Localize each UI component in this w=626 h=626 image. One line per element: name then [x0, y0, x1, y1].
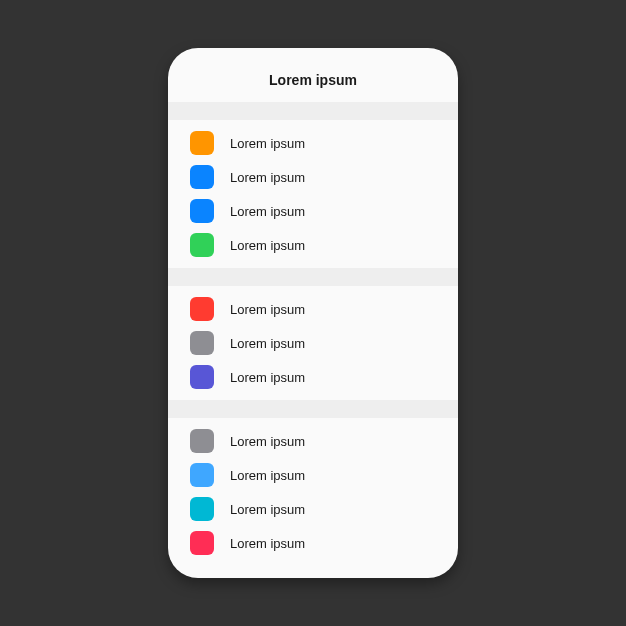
- header: Lorem ipsum: [168, 48, 458, 102]
- list-item-label: Lorem ipsum: [230, 336, 305, 351]
- color-swatch-icon: [190, 463, 214, 487]
- color-swatch-icon: [190, 531, 214, 555]
- list-item[interactable]: Lorem ipsum: [168, 458, 458, 492]
- color-swatch-icon: [190, 297, 214, 321]
- list-item-label: Lorem ipsum: [230, 468, 305, 483]
- device-screen: Lorem ipsum Lorem ipsum Lorem ipsum Lore…: [168, 48, 458, 578]
- color-swatch-icon: [190, 165, 214, 189]
- list-item[interactable]: Lorem ipsum: [168, 228, 458, 262]
- list-item[interactable]: Lorem ipsum: [168, 326, 458, 360]
- list-item[interactable]: Lorem ipsum: [168, 360, 458, 394]
- page-title: Lorem ipsum: [168, 72, 458, 88]
- list-item-label: Lorem ipsum: [230, 170, 305, 185]
- section-divider: [168, 268, 458, 286]
- section-divider: [168, 400, 458, 418]
- list-item[interactable]: Lorem ipsum: [168, 492, 458, 526]
- list-item-label: Lorem ipsum: [230, 536, 305, 551]
- list-item-label: Lorem ipsum: [230, 434, 305, 449]
- list-item-label: Lorem ipsum: [230, 238, 305, 253]
- color-swatch-icon: [190, 497, 214, 521]
- color-swatch-icon: [190, 365, 214, 389]
- list-item[interactable]: Lorem ipsum: [168, 424, 458, 458]
- list-item[interactable]: Lorem ipsum: [168, 194, 458, 228]
- list-item[interactable]: Lorem ipsum: [168, 126, 458, 160]
- color-swatch-icon: [190, 233, 214, 257]
- list-item[interactable]: Lorem ipsum: [168, 526, 458, 560]
- list-item-label: Lorem ipsum: [230, 204, 305, 219]
- color-swatch-icon: [190, 429, 214, 453]
- section-divider: [168, 102, 458, 120]
- section-2: Lorem ipsum Lorem ipsum Lorem ipsum: [168, 286, 458, 400]
- color-swatch-icon: [190, 131, 214, 155]
- list-item-label: Lorem ipsum: [230, 370, 305, 385]
- color-swatch-icon: [190, 331, 214, 355]
- list-item-label: Lorem ipsum: [230, 136, 305, 151]
- section-3: Lorem ipsum Lorem ipsum Lorem ipsum Lore…: [168, 418, 458, 566]
- list-item[interactable]: Lorem ipsum: [168, 292, 458, 326]
- list-item-label: Lorem ipsum: [230, 302, 305, 317]
- list-item[interactable]: Lorem ipsum: [168, 160, 458, 194]
- section-1: Lorem ipsum Lorem ipsum Lorem ipsum Lore…: [168, 120, 458, 268]
- list-item-label: Lorem ipsum: [230, 502, 305, 517]
- color-swatch-icon: [190, 199, 214, 223]
